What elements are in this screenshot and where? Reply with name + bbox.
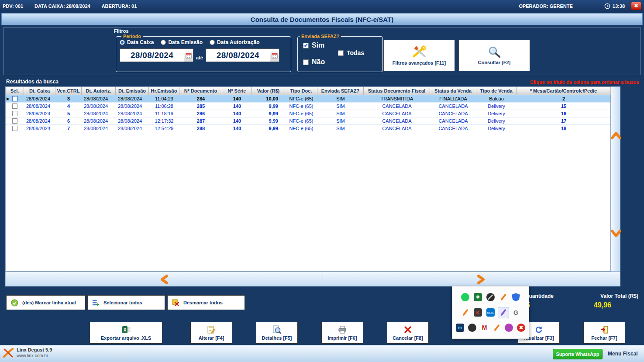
scroll-up-button[interactable]: [610, 131, 622, 140]
orange-swoosh-icon[interactable]: [491, 322, 502, 333]
menu-fiscal-link[interactable]: Menu Fiscal: [608, 351, 638, 357]
calendar-from-button[interactable]: [184, 48, 193, 62]
row-checkbox[interactable]: [12, 111, 17, 116]
table-header-row: Sel.Dt. CaixaVen.CTRLDt. Autoriz.Dt. Emi…: [6, 87, 610, 95]
cell-status-venda: CANCELADA: [430, 103, 476, 110]
deselect-all-label: Desmarcar todos: [183, 300, 223, 305]
column-header[interactable]: Hr.Emissão: [149, 87, 179, 95]
column-header[interactable]: Tipo de Venda: [476, 87, 517, 95]
column-header[interactable]: Nº Série: [222, 87, 252, 95]
cell-dt-caixa: 28/08/2024: [24, 125, 55, 132]
orange-swoosh-icon[interactable]: [498, 292, 509, 303]
window-close-button[interactable]: ✖: [631, 2, 641, 10]
cell-status-doc: CANCELADA: [364, 103, 430, 110]
cell-sel: [6, 117, 24, 124]
row-checkbox[interactable]: [12, 126, 17, 131]
toggle-current-row-button[interactable]: (des) Marcar linha atual: [6, 295, 86, 310]
row-checkbox[interactable]: [12, 103, 17, 109]
date-range-row: 28/08/2024 até 28/08/2024: [120, 48, 287, 62]
column-header[interactable]: Tipo Doc.: [285, 87, 317, 95]
green-grid-app-icon[interactable]: ❖: [472, 292, 484, 303]
cell-dt-emissao: 28/08/2024: [116, 117, 149, 124]
checkbox-todas[interactable]: Todas: [338, 49, 364, 56]
blue-shield-icon[interactable]: [510, 292, 522, 303]
export-xls-label: Exportar arquivo .XLS: [101, 335, 152, 341]
excel-icon: X: [122, 325, 131, 334]
whatsapp-support-button[interactable]: Suporte WhatsApp: [553, 349, 603, 359]
cell-dt-caixa: 28/08/2024: [24, 117, 55, 124]
column-header[interactable]: Ven.CTRL: [55, 87, 82, 95]
vertical-scrollbar[interactable]: [611, 86, 620, 272]
cell-tipo-doc: NFC-e (65): [285, 117, 317, 124]
alterar-button[interactable]: Alterar [F4]: [190, 322, 232, 344]
radio-data-caixa[interactable]: Data Caixa: [120, 39, 154, 45]
spotify-icon[interactable]: [460, 292, 471, 303]
sefaz-groupbox: Enviada SEFAZ? ✔ Sim Todas Não: [297, 34, 383, 72]
table-row[interactable]: 28/08/2024428/08/202428/08/202411:06:282…: [6, 103, 610, 110]
column-header[interactable]: Sel.: [6, 87, 24, 95]
g-app-icon[interactable]: G: [510, 307, 522, 318]
detalhes-button[interactable]: Detalhes [F5]: [256, 322, 298, 344]
cell-n-documento: 285: [179, 103, 222, 110]
periodo-groupbox: Período Data Caixa Data Emissão Data Aut…: [116, 34, 291, 72]
purple-pen-icon[interactable]: [498, 307, 509, 318]
cell-n-documento: 284: [179, 95, 222, 102]
orange-swoosh-icon[interactable]: [460, 307, 471, 318]
row-checkbox[interactable]: [12, 96, 17, 101]
calendar-to-button[interactable]: [270, 48, 279, 62]
cell-status-doc: TRANSMITIDA: [364, 95, 430, 102]
column-header[interactable]: Dt. Autoriz.: [82, 87, 116, 95]
deselect-all-button[interactable]: Desmarcar todos: [167, 295, 245, 310]
consult-button[interactable]: Consultar [F2]: [458, 40, 530, 71]
radio-data-autorizacao[interactable]: Data Autorização: [210, 39, 260, 45]
date-to-input[interactable]: 28/08/2024: [206, 48, 270, 62]
column-header[interactable]: Status da Venda: [430, 87, 476, 95]
horizontal-scrollbar[interactable]: [5, 272, 620, 286]
table-row[interactable]: 28/08/2024728/08/202428/08/202412:54:292…: [6, 125, 610, 132]
cancelar-button[interactable]: Cancelar [F8]: [387, 322, 429, 344]
column-header[interactable]: Dt. Emissão: [116, 87, 149, 95]
scroll-down-button[interactable]: [610, 229, 622, 238]
column-header[interactable]: º Mesa/Cartão/Controle/Pedic: [517, 87, 611, 95]
data-caixa-label: DATA CAIXA: 28/08/2024: [34, 3, 90, 9]
table-body: ▶28/08/2024328/08/202428/08/202411:04:23…: [6, 95, 610, 271]
export-xls-button[interactable]: X Exportar arquivo .XLS: [90, 322, 162, 344]
cell-sel: [6, 103, 24, 110]
chart-app-icon[interactable]: m: [455, 322, 465, 333]
imprimir-button[interactable]: Imprimir [F6]: [321, 322, 363, 344]
column-header[interactable]: Valor (R$): [252, 87, 285, 95]
table-row[interactable]: ▶28/08/2024328/08/202428/08/202411:04:23…: [6, 95, 610, 103]
column-header[interactable]: Dt. Caixa: [24, 87, 55, 95]
table-row[interactable]: 28/08/2024628/08/202428/08/202412:17:322…: [6, 117, 610, 125]
advanced-filters-button[interactable]: Filtros avançados [F11]: [383, 40, 455, 71]
row-checkbox[interactable]: [12, 118, 17, 124]
calendar-icon: [272, 52, 278, 59]
linx-logo-icon: [3, 348, 14, 358]
column-header[interactable]: Enviada SEFAZ?: [317, 87, 364, 95]
red-k-app-icon[interactable]: K: [472, 307, 484, 318]
fechar-button[interactable]: Fechar [F7]: [583, 322, 625, 344]
purple-app-icon[interactable]: [503, 322, 514, 333]
checkbox-sim[interactable]: ✔ Sim: [303, 41, 324, 49]
dell-icon[interactable]: DELL: [485, 307, 496, 318]
column-header[interactable]: Status Documento Fiscal: [364, 87, 430, 95]
cell-dt-emissao: 28/08/2024: [116, 95, 149, 102]
column-header[interactable]: Nº Documento: [179, 87, 222, 95]
red-close-app-icon[interactable]: ✖: [516, 322, 527, 333]
scroll-left-button[interactable]: [159, 274, 169, 285]
chevron-left-icon: [159, 274, 169, 285]
blocked-circle-icon[interactable]: [485, 292, 496, 303]
cell-hr-emissao: 11:06:28: [149, 103, 179, 110]
cell-ven-ctrl: 7: [55, 125, 82, 132]
cell-sel: [6, 110, 24, 117]
scroll-right-button[interactable]: [476, 274, 486, 285]
table-row[interactable]: 28/08/2024528/08/202428/08/202411:18:192…: [6, 110, 610, 117]
radio-data-emissao[interactable]: Data Emissão: [161, 39, 203, 45]
printer-icon: [338, 325, 347, 334]
checkbox-nao[interactable]: Não: [303, 58, 325, 66]
checkbox-label: Sim: [312, 41, 324, 49]
date-from-input[interactable]: 28/08/2024: [120, 48, 184, 62]
dark-sphere-icon[interactable]: [467, 322, 478, 333]
select-all-button[interactable]: Selecionar todos: [87, 295, 165, 310]
red-m-app-icon[interactable]: M: [479, 322, 490, 333]
